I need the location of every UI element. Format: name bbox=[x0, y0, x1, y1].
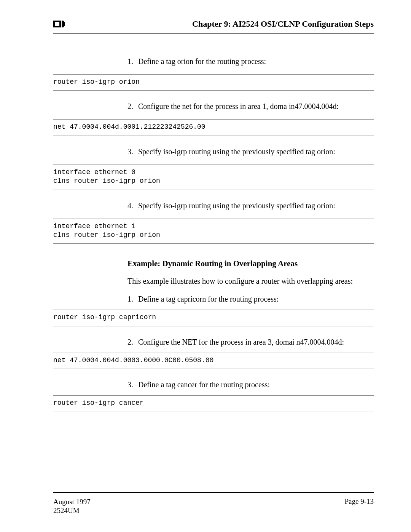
step-item: 3. Define a tag cancer for the routing p… bbox=[127, 380, 374, 390]
svg-rect-1 bbox=[55, 22, 59, 26]
step-text: Define a tag cancer for the routing proc… bbox=[138, 380, 270, 390]
code-block: net 47.0004.004d.0003.0000.0C00.0508.00 bbox=[53, 353, 374, 369]
code-block: router iso-igrp cancer bbox=[53, 395, 374, 412]
step-item: 3. Specify iso-igrp routing using the pr… bbox=[127, 147, 374, 157]
step-item: 2. Configure the NET for the process in … bbox=[127, 337, 374, 347]
step-item: 4. Specify iso-igrp routing using the pr… bbox=[127, 201, 374, 211]
step-text: Specify iso-igrp routing using the previ… bbox=[138, 147, 335, 157]
code-block: interface ethernet 0 clns router iso-igr… bbox=[53, 165, 374, 190]
footer-docid: 2524UM bbox=[53, 506, 91, 515]
code-block: router iso-igrp capricorn bbox=[53, 310, 374, 326]
step-text: Configure the NET for the process in are… bbox=[138, 337, 344, 347]
step-number: 2. bbox=[127, 337, 138, 347]
section-heading: Example: Dynamic Routing in Overlapping … bbox=[127, 259, 374, 268]
step-text: Define a tag capricorn for the routing p… bbox=[138, 294, 279, 304]
footer-date: August 1997 bbox=[53, 497, 91, 506]
paragraph: This example illustrates how to configur… bbox=[127, 276, 374, 286]
step-item: 1. Define a tag capricorn for the routin… bbox=[127, 294, 374, 304]
svg-marker-3 bbox=[63, 21, 65, 27]
step-number: 3. bbox=[127, 147, 138, 157]
page-header: Chapter 9: AI2524 OSI/CLNP Configuration… bbox=[53, 19, 374, 34]
step-text: Configure the net for the process in are… bbox=[138, 101, 339, 112]
step-text: Specify iso-igrp routing using the previ… bbox=[138, 201, 335, 211]
step-number: 4. bbox=[127, 201, 138, 211]
company-logo-icon bbox=[53, 21, 65, 27]
code-block: router iso-igrp orion bbox=[53, 74, 374, 91]
step-number: 1. bbox=[127, 56, 138, 67]
step-number: 1. bbox=[127, 294, 138, 304]
footer-page-number: Page 9-13 bbox=[344, 497, 374, 516]
svg-rect-2 bbox=[62, 21, 63, 27]
step-number: 2. bbox=[127, 101, 138, 112]
chapter-title: Chapter 9: AI2524 OSI/CLNP Configuration… bbox=[192, 19, 374, 29]
code-block: net 47.0004.004d.0001.212223242526.00 bbox=[53, 119, 374, 136]
page-footer: August 1997 2524UM Page 9-13 bbox=[53, 492, 374, 516]
code-block: interface ethernet 1 clns router iso-igr… bbox=[53, 219, 374, 244]
step-item: 1. Define a tag orion for the routing pr… bbox=[127, 56, 374, 67]
step-number: 3. bbox=[127, 380, 138, 390]
page-content: 1. Define a tag orion for the routing pr… bbox=[53, 56, 374, 492]
step-text: Define a tag orion for the routing proce… bbox=[138, 56, 266, 67]
step-item: 2. Configure the net for the process in … bbox=[127, 101, 374, 112]
